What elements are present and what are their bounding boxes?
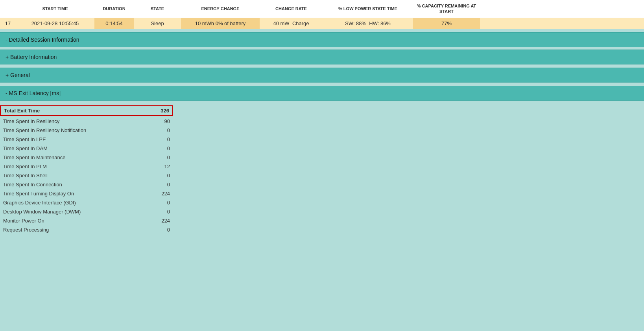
divider-1 bbox=[0, 64, 644, 68]
col-low-power-state-time: % LOW POWER STATE TIME bbox=[323, 0, 413, 18]
ms-exit-row-4: Time Spent In DAM0 bbox=[0, 144, 173, 153]
ms-exit-row-0: Total Exit Time326 bbox=[0, 105, 173, 116]
table-row: 17 2021-09-28 10:55:45 0:14:54 Sleep 10 … bbox=[0, 18, 644, 29]
cell-low-power-state-time: SW: 88% HW: 86% bbox=[323, 18, 413, 29]
ms-exit-label-5: Time Spent In Maintenance bbox=[3, 154, 146, 160]
section-battery-info-label: Battery Information bbox=[10, 54, 57, 60]
cell-duration: 0:14:54 bbox=[94, 18, 134, 29]
ms-exit-row-9: Time Spent Turning Display On224 bbox=[0, 189, 173, 198]
ms-exit-value-8: 0 bbox=[146, 182, 170, 188]
section-detailed-session[interactable]: - Detailed Session Information bbox=[0, 32, 644, 47]
col-energy-change: ENERGY CHANGE bbox=[181, 0, 260, 18]
ms-exit-label-4: Time Spent In DAM bbox=[3, 145, 146, 151]
ms-exit-label-8: Time Spent In Connection bbox=[3, 182, 146, 188]
section-ms-exit-latency[interactable]: - MS Exit Latency [ms] bbox=[0, 86, 644, 101]
ms-exit-label-3: Time Spent In LPE bbox=[3, 136, 146, 142]
ms-exit-label-12: Monitor Power On bbox=[3, 218, 146, 224]
ms-exit-value-5: 0 bbox=[146, 154, 170, 160]
ms-exit-row-8: Time Spent In Connection0 bbox=[0, 180, 173, 189]
ms-exit-label-9: Time Spent Turning Display On bbox=[3, 191, 146, 197]
ms-exit-label-1: Time Spent In Resiliency bbox=[3, 118, 146, 124]
divider-2 bbox=[0, 83, 644, 86]
ms-exit-value-10: 0 bbox=[146, 200, 170, 206]
ms-exit-row-10: Graphics Device Interface (GDI)0 bbox=[0, 198, 173, 207]
col-change-rate: CHANGE RATE bbox=[260, 0, 323, 18]
cell-state: Sleep bbox=[134, 18, 181, 29]
col-duration: DURATION bbox=[94, 0, 134, 18]
ms-exit-content: Total Exit Time326Time Spent In Resilien… bbox=[0, 101, 644, 238]
cell-capacity: 77% bbox=[413, 18, 480, 29]
ms-exit-row-12: Monitor Power On224 bbox=[0, 216, 173, 225]
ms-exit-table: Total Exit Time326Time Spent In Resilien… bbox=[0, 105, 173, 234]
ms-exit-label-13: Request Processing bbox=[3, 227, 146, 233]
ms-exit-label-10: Graphics Device Interface (GDI) bbox=[3, 200, 146, 206]
col-num bbox=[0, 0, 16, 18]
col-start-time: START TIME bbox=[16, 0, 94, 18]
ms-exit-row-2: Time Spent In Resiliency Notification0 bbox=[0, 126, 173, 135]
ms-exit-value-3: 0 bbox=[146, 136, 170, 142]
section-general-label: General bbox=[10, 72, 30, 78]
ms-exit-value-9: 224 bbox=[146, 191, 170, 197]
cell-num: 17 bbox=[0, 18, 16, 29]
section-battery-info[interactable]: + Battery Information bbox=[0, 50, 644, 64]
ms-exit-label-7: Time Spent In Shell bbox=[3, 173, 146, 178]
section-ms-exit-latency-label: MS Exit Latency [ms] bbox=[9, 90, 61, 96]
ms-exit-value-11: 0 bbox=[146, 209, 170, 215]
col-capacity-remaining: % CAPACITY REMAINING AT START bbox=[413, 0, 480, 18]
section-general-prefix: + bbox=[6, 72, 10, 78]
ms-exit-label-2: Time Spent In Resiliency Notification bbox=[3, 127, 146, 133]
ms-exit-value-13: 0 bbox=[146, 227, 170, 233]
table-header: START TIME DURATION STATE ENERGY CHANGE … bbox=[0, 0, 644, 18]
cell-change-rate: 40 mW Charge bbox=[260, 18, 323, 29]
ms-exit-value-1: 90 bbox=[146, 118, 170, 124]
section-battery-info-prefix: + bbox=[6, 54, 10, 60]
cell-energy-change: 10 mWh 0% of battery bbox=[181, 18, 260, 29]
ms-exit-value-12: 224 bbox=[146, 218, 170, 224]
section-detailed-session-label: Detailed Session Information bbox=[9, 37, 79, 43]
ms-exit-value-2: 0 bbox=[146, 127, 170, 133]
ms-exit-row-3: Time Spent In LPE0 bbox=[0, 135, 173, 144]
ms-exit-label-11: Desktop Window Manager (DWM) bbox=[3, 209, 146, 215]
ms-exit-value-6: 12 bbox=[146, 164, 170, 169]
ms-exit-row-11: Desktop Window Manager (DWM)0 bbox=[0, 207, 173, 216]
ms-exit-value-7: 0 bbox=[146, 173, 170, 178]
ms-exit-row-7: Time Spent In Shell0 bbox=[0, 171, 173, 180]
ms-exit-value-4: 0 bbox=[146, 145, 170, 151]
ms-exit-row-5: Time Spent In Maintenance0 bbox=[0, 153, 173, 162]
ms-exit-value-0: 326 bbox=[146, 108, 169, 114]
cell-start-time: 2021-09-28 10:55:45 bbox=[16, 18, 94, 29]
section-detailed-session-prefix: - bbox=[6, 37, 9, 43]
section-ms-exit-latency-prefix: - bbox=[6, 90, 9, 96]
section-general[interactable]: + General bbox=[0, 68, 644, 83]
ms-exit-label-0: Total Exit Time bbox=[4, 108, 146, 114]
ms-exit-row-13: Request Processing0 bbox=[0, 225, 173, 234]
ms-exit-row-6: Time Spent In PLM12 bbox=[0, 162, 173, 171]
ms-exit-row-1: Time Spent In Resiliency90 bbox=[0, 117, 173, 126]
ms-exit-label-6: Time Spent In PLM bbox=[3, 164, 146, 169]
col-state: STATE bbox=[134, 0, 181, 18]
